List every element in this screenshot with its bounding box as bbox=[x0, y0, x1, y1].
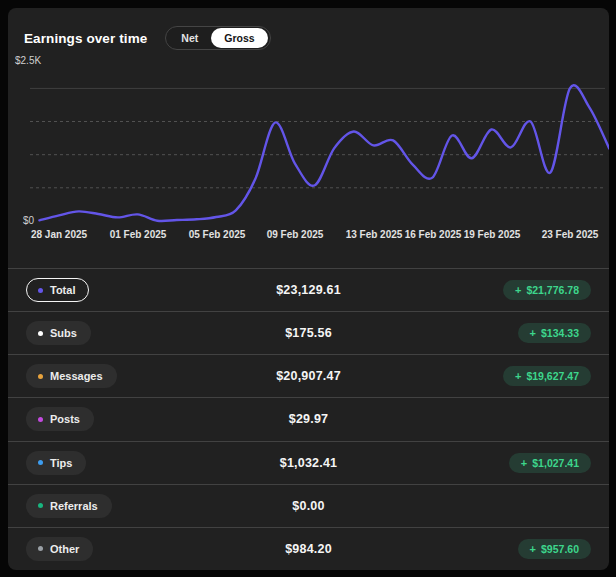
category-label: Total bbox=[50, 284, 75, 296]
table-row-subs: Subs $175.56 + $134.33 bbox=[8, 311, 609, 354]
row-value: $1,032.41 bbox=[201, 456, 416, 470]
table-row-referrals: Referrals $0.00 bbox=[8, 484, 609, 527]
category-label: Messages bbox=[50, 370, 103, 382]
y-axis-zero-label: $0 bbox=[23, 215, 34, 226]
table-row-total: Total $23,129.61 + $21,776.78 bbox=[8, 268, 609, 311]
category-pill-messages[interactable]: Messages bbox=[26, 364, 117, 388]
category-dot-icon bbox=[38, 331, 43, 336]
category-dot-icon bbox=[38, 460, 43, 465]
change-amount: $957.60 bbox=[541, 543, 579, 555]
plus-icon: + bbox=[530, 543, 536, 555]
plus-icon: + bbox=[515, 370, 521, 382]
change-badge: + $1,027.41 bbox=[509, 453, 591, 473]
change-amount: $1,027.41 bbox=[532, 457, 579, 469]
change-badge: + $957.60 bbox=[518, 539, 591, 559]
table-row-tips: Tips $1,032.41 + $1,027.41 bbox=[8, 441, 609, 484]
earnings-line-chart bbox=[8, 48, 609, 233]
category-pill-tips[interactable]: Tips bbox=[26, 451, 86, 475]
category-dot-icon bbox=[38, 417, 43, 422]
category-pill-subs[interactable]: Subs bbox=[26, 321, 91, 345]
category-label: Subs bbox=[50, 327, 77, 339]
x-tick-label: 05 Feb 2025 bbox=[189, 229, 246, 240]
category-label: Other bbox=[50, 543, 79, 555]
category-dot-icon bbox=[38, 288, 43, 293]
page-title: Earnings over time bbox=[24, 31, 147, 46]
category-dot-icon bbox=[38, 546, 43, 551]
category-pill-total[interactable]: Total bbox=[26, 278, 89, 302]
row-value: $175.56 bbox=[201, 326, 416, 340]
table-row-messages: Messages $20,907.47 + $19,627.47 bbox=[8, 354, 609, 397]
table-row-posts: Posts $29.97 bbox=[8, 397, 609, 440]
earnings-breakdown-table: Total $23,129.61 + $21,776.78 Subs $175.… bbox=[8, 268, 609, 570]
change-badge: + $19,627.47 bbox=[503, 366, 591, 386]
plus-icon: + bbox=[521, 457, 527, 469]
x-tick-label: 23 Feb 2025 bbox=[542, 229, 599, 240]
x-tick-label: 01 Feb 2025 bbox=[110, 229, 167, 240]
category-pill-posts[interactable]: Posts bbox=[26, 407, 94, 431]
category-dot-icon bbox=[38, 503, 43, 508]
plus-icon: + bbox=[515, 284, 521, 296]
change-badge: + $21,776.78 bbox=[503, 280, 591, 300]
net-gross-toggle: Net Gross bbox=[165, 26, 270, 50]
x-tick-label: 19 Feb 2025 bbox=[464, 229, 521, 240]
net-toggle-button[interactable]: Net bbox=[168, 29, 211, 47]
row-value: $29.97 bbox=[201, 412, 416, 426]
x-tick-label: 16 Feb 2025 bbox=[405, 229, 462, 240]
x-tick-label: 13 Feb 2025 bbox=[346, 229, 403, 240]
category-pill-other[interactable]: Other bbox=[26, 537, 93, 561]
x-tick-label: 28 Jan 2025 bbox=[31, 229, 87, 240]
category-label: Tips bbox=[50, 457, 72, 469]
row-value: $20,907.47 bbox=[201, 369, 416, 383]
row-value: $23,129.61 bbox=[201, 283, 416, 297]
change-amount: $21,776.78 bbox=[526, 284, 579, 296]
plus-icon: + bbox=[530, 327, 536, 339]
table-row-other: Other $984.20 + $957.60 bbox=[8, 527, 609, 570]
category-label: Referrals bbox=[50, 500, 98, 512]
change-badge: + $134.33 bbox=[518, 323, 591, 343]
row-value: $984.20 bbox=[201, 542, 416, 556]
category-dot-icon bbox=[38, 374, 43, 379]
x-axis-ticks: 28 Jan 202501 Feb 202505 Feb 202509 Feb … bbox=[8, 229, 609, 243]
row-value: $0.00 bbox=[201, 499, 416, 513]
change-amount: $134.33 bbox=[541, 327, 579, 339]
earnings-line bbox=[39, 85, 609, 221]
gross-toggle-button[interactable]: Gross bbox=[211, 28, 267, 48]
change-amount: $19,627.47 bbox=[526, 370, 579, 382]
chart-header: Earnings over time Net Gross bbox=[24, 26, 593, 50]
category-label: Posts bbox=[50, 413, 80, 425]
earnings-panel: Earnings over time Net Gross $2.5K $0 28… bbox=[8, 8, 609, 570]
category-pill-referrals[interactable]: Referrals bbox=[26, 494, 112, 518]
x-tick-label: 09 Feb 2025 bbox=[267, 229, 324, 240]
